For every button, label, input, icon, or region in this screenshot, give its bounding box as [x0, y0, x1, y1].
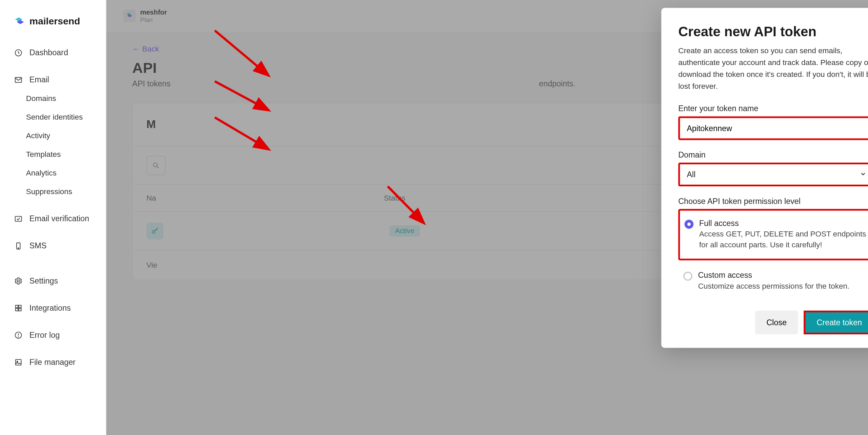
radio-custom-access[interactable]: Custom access Customize access permissio…	[683, 270, 868, 292]
token-name-input[interactable]	[678, 116, 868, 140]
sidebar-item-templates[interactable]: Templates	[0, 145, 106, 164]
logo[interactable]: mailersend	[0, 11, 106, 43]
radio-icon	[683, 272, 692, 281]
svg-rect-2	[15, 216, 21, 221]
sidebar-item-activity[interactable]: Activity	[0, 126, 106, 145]
sidebar-item-email[interactable]: Email	[0, 70, 106, 89]
sidebar-item-sms[interactable]: SMS	[0, 236, 106, 255]
svg-line-27	[215, 118, 267, 149]
svg-line-25	[215, 30, 267, 75]
create-token-button[interactable]: Create token	[804, 311, 868, 334]
email-icon	[14, 75, 23, 84]
sidebar-item-analytics[interactable]: Analytics	[0, 164, 106, 182]
radio-full-access[interactable]: Full access Access GET, PUT, DELETE and …	[683, 215, 868, 254]
sidebar-item-sender-identities[interactable]: Sender identities	[0, 108, 106, 126]
logo-text: mailersend	[29, 16, 80, 27]
sidebar-item-domains[interactable]: Domains	[0, 89, 106, 108]
sidebar-item-integrations[interactable]: Integrations	[0, 298, 106, 317]
modal: ✕ Create new API token Create an access …	[661, 8, 868, 348]
permission-label: Choose API token permission level	[678, 196, 868, 206]
sidebar-item-error-log[interactable]: Error log	[0, 325, 106, 345]
svg-rect-13	[15, 359, 21, 365]
sidebar-item-file-manager[interactable]: File manager	[0, 352, 106, 372]
sidebar-item-settings[interactable]: Settings	[0, 271, 106, 290]
domain-select[interactable]: All	[678, 163, 868, 186]
sidebar-item-email-verification[interactable]: Email verification	[0, 209, 106, 228]
check-email-icon	[14, 214, 23, 223]
integrations-icon	[14, 303, 23, 312]
file-icon	[14, 357, 23, 367]
error-icon	[14, 330, 23, 339]
svg-rect-9	[18, 308, 21, 311]
svg-line-26	[215, 81, 267, 109]
sidebar-item-dashboard[interactable]: Dashboard	[0, 43, 106, 62]
logo-icon	[14, 16, 25, 27]
main-area: meshfor Plan boden boden.wale@meshfor.co…	[106, 0, 868, 435]
close-button[interactable]: Close	[755, 311, 798, 334]
svg-point-12	[18, 336, 18, 337]
sidebar-item-suppressions[interactable]: Suppressions	[0, 182, 106, 201]
chevron-down-icon	[860, 170, 867, 179]
modal-overlay: ✕ Create new API token Create an access …	[106, 0, 868, 435]
domain-label: Domain	[678, 150, 868, 159]
svg-rect-8	[15, 308, 18, 311]
modal-description: Create an access token so you can send e…	[678, 45, 868, 92]
svg-rect-7	[18, 305, 21, 307]
phone-icon	[14, 241, 23, 250]
svg-point-14	[17, 361, 18, 362]
token-name-label: Enter your token name	[678, 104, 868, 113]
svg-line-28	[388, 186, 423, 222]
sidebar: mailersend Dashboard Email Domains Sende…	[0, 0, 106, 435]
modal-title: Create new API token	[678, 24, 868, 40]
svg-point-5	[17, 279, 19, 282]
svg-point-4	[18, 247, 18, 248]
gear-icon	[14, 276, 23, 285]
radio-icon	[685, 220, 694, 229]
dashboard-icon	[14, 48, 23, 57]
svg-rect-6	[15, 305, 18, 307]
